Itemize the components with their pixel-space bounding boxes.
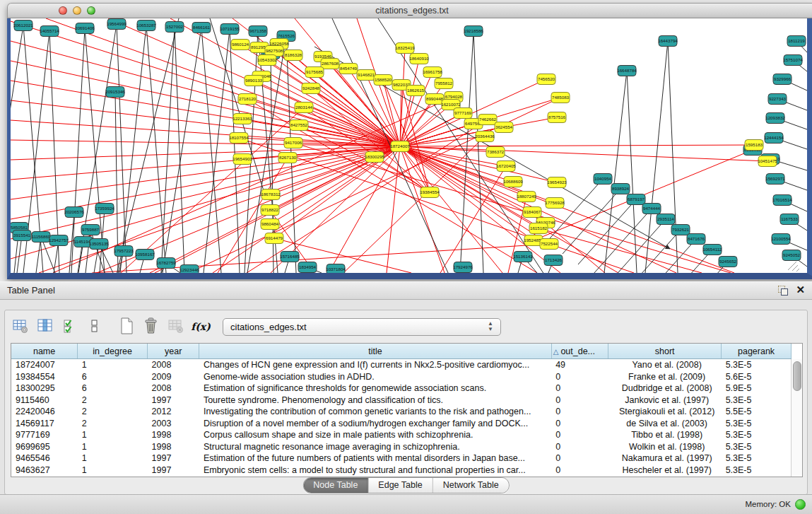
black-edge[interactable]: [230, 29, 240, 273]
graph-node[interactable]: 12942757: [49, 235, 69, 246]
graph-node[interactable]: 16648784: [617, 66, 637, 76]
graph-node[interactable]: 7386372: [486, 147, 505, 158]
graph-node[interactable]: 9245652: [719, 257, 737, 267]
graph-node[interactable]: 10543302: [257, 55, 277, 66]
graph-node[interactable]: 10719155: [220, 24, 240, 35]
network-canvas[interactable]: 2061202114055714206914061956499910653287…: [7, 18, 812, 279]
graph-node[interactable]: 19218586: [464, 26, 483, 37]
tab-network-table[interactable]: Network Table: [433, 478, 509, 493]
red-edge[interactable]: [11, 41, 400, 146]
graph-node[interactable]: 9242848: [302, 83, 320, 94]
red-edge[interactable]: [440, 166, 506, 273]
graph-node[interactable]: 17016514: [772, 195, 792, 206]
black-edge[interactable]: [117, 24, 126, 273]
graph-node[interactable]: 9759887: [81, 225, 100, 235]
table-row[interactable]: 977716911998Corpus callosum shape and si…: [11, 429, 792, 441]
graph-node[interactable]: 14055714: [40, 26, 59, 37]
graph-node[interactable]: 1834954: [298, 262, 317, 273]
tab-node-table[interactable]: Node Table: [303, 478, 368, 493]
graph-node[interactable]: 2803144: [295, 103, 313, 113]
graph-node[interactable]: 18325419: [395, 43, 415, 54]
select-column-button[interactable]: [34, 316, 57, 337]
graph-node[interactable]: 8454749: [339, 64, 358, 74]
graph-node[interactable]: 9417006: [284, 138, 302, 148]
graph-node[interactable]: 20612021: [13, 21, 33, 31]
graph-node[interactable]: 10451475: [758, 156, 777, 167]
graph-node[interactable]: 9860124: [231, 40, 249, 50]
graph-node[interactable]: 9175685: [305, 67, 324, 78]
graph-node[interactable]: 10371804: [326, 264, 346, 274]
red-edge[interactable]: [11, 146, 400, 160]
table-row[interactable]: 1456911722003Disruption of a novel membe…: [11, 418, 792, 430]
float-panel-icon[interactable]: [778, 286, 788, 296]
graph-node[interactable]: 1811219: [787, 36, 806, 47]
select-all-button[interactable]: [59, 316, 81, 337]
graph-node[interactable]: 20206576: [64, 207, 84, 218]
red-edge[interactable]: [400, 146, 734, 273]
graph-node[interactable]: 13505135: [89, 239, 109, 250]
graph-node[interactable]: 18107554: [229, 133, 249, 144]
graph-node[interactable]: 9329966: [773, 74, 792, 85]
black-edge[interactable]: [473, 31, 483, 273]
black-edge[interactable]: [120, 25, 146, 273]
graph-node[interactable]: 12213363: [233, 114, 252, 124]
graph-node[interactable]: 1862615: [406, 86, 425, 96]
graph-node[interactable]: 1615182: [529, 223, 548, 234]
graph-node[interactable]: 6914479: [265, 233, 283, 244]
graph-node[interactable]: 9474444: [642, 204, 661, 214]
graph-node[interactable]: 1713426: [544, 255, 563, 266]
graph-node[interactable]: 15716485: [280, 252, 300, 262]
graph-node[interactable]: 18678312: [261, 189, 281, 200]
graph-node[interactable]: 16720405: [496, 161, 516, 172]
table-row[interactable]: 969969511998Structural magnetic resonanc…: [11, 441, 792, 453]
graph-node[interactable]: 3624554: [495, 122, 513, 133]
table-scrollbar[interactable]: [791, 359, 802, 477]
table-row[interactable]: 1830029562008Estimation of significance …: [11, 382, 792, 395]
graph-node[interactable]: 9146821: [357, 70, 375, 81]
graph-node[interactable]: 18640910: [409, 54, 429, 64]
graph-node[interactable]: 15751074: [783, 55, 803, 66]
black-edge[interactable]: [563, 189, 620, 254]
graph-node[interactable]: 17359924: [95, 204, 114, 214]
column-header-name[interactable]: name: [11, 344, 78, 359]
window-titlebar[interactable]: citations_edges.txt: [7, 3, 812, 18]
graph-node[interactable]: 9860484: [261, 219, 279, 230]
graph-node[interactable]: 17957223: [114, 246, 134, 257]
delete-column-button[interactable]: [165, 316, 187, 337]
graph-node[interactable]: 19384554: [420, 187, 440, 198]
red-edge[interactable]: [53, 97, 454, 273]
row-height-button[interactable]: [83, 316, 106, 337]
graph-node[interactable]: 9777169: [454, 108, 472, 119]
table-row[interactable]: 946362711997Embryonic stem cells: a mode…: [11, 465, 792, 477]
graph-node[interactable]: 7522544: [540, 239, 558, 250]
graph-node[interactable]: 9184067: [523, 207, 541, 218]
graph-node[interactable]: 8466161: [192, 23, 211, 33]
black-edge[interactable]: [163, 28, 201, 273]
graph-node[interactable]: 17756928: [545, 198, 565, 209]
graph-hub-node[interactable]: 18724007: [390, 141, 410, 152]
graph-node[interactable]: 1527002: [165, 22, 184, 33]
graph-node[interactable]: 10958167: [135, 250, 155, 260]
table-settings-button[interactable]: [9, 316, 32, 337]
column-header-short[interactable]: short: [608, 344, 722, 359]
red-edge[interactable]: [11, 100, 400, 146]
table-row[interactable]: 911546021997Tourette syndrome. Phenomeno…: [11, 395, 792, 407]
table-row[interactable]: 946554611997Estimation of the future num…: [11, 452, 792, 465]
graph-node[interactable]: 7456520: [537, 74, 555, 85]
graph-node[interactable]: 9671358: [249, 26, 267, 37]
graph-node[interactable]: 9718822: [261, 205, 279, 216]
graph-node[interactable]: 8267130: [278, 153, 297, 163]
graph-node[interactable]: 18807249: [517, 192, 536, 202]
tab-edge-table[interactable]: Edge Table: [368, 478, 433, 493]
graph-node[interactable]: 8427552: [290, 120, 308, 131]
close-panel-icon[interactable]: ✕: [796, 284, 805, 296]
graph-node[interactable]: 9227343: [768, 94, 787, 105]
graph-node[interactable]: 19654923: [547, 177, 567, 188]
graph-node[interactable]: 12444154: [764, 133, 784, 144]
graph-node[interactable]: 10688609: [503, 177, 523, 187]
graph-node[interactable]: 7955812: [435, 78, 453, 89]
graph-node[interactable]: 10653287: [136, 21, 156, 31]
red-edge[interactable]: [46, 18, 400, 146]
red-edge[interactable]: [150, 113, 463, 273]
graph-node[interactable]: 2935114: [657, 214, 675, 225]
